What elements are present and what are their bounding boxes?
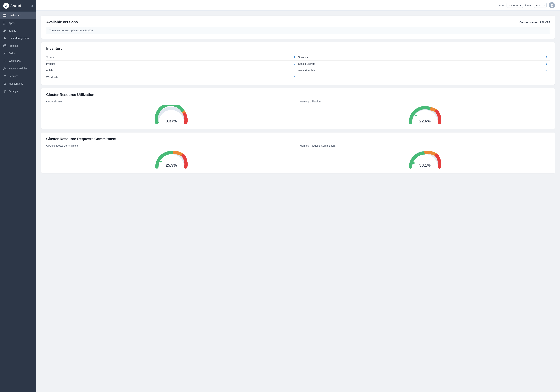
maintenance-icon bbox=[3, 82, 7, 85]
cpu-utilization-gauge: CPU Utilisation bbox=[46, 100, 296, 124]
svg-text:33.1%: 33.1% bbox=[419, 163, 430, 168]
svg-point-34 bbox=[160, 161, 162, 163]
svg-rect-6 bbox=[6, 22, 6, 22]
svg-point-30 bbox=[157, 122, 159, 123]
view-select[interactable]: platform team bbox=[507, 3, 523, 8]
inventory-row-sealed-secrets: Sealed Secrets 0 bbox=[298, 61, 550, 67]
versions-header: Available versions Current version: APL-… bbox=[46, 20, 550, 24]
svg-line-27 bbox=[5, 68, 6, 69]
sidebar-item-builds[interactable]: Builds bbox=[0, 50, 36, 57]
svg-rect-24 bbox=[3, 69, 4, 70]
inventory-row-builds: Builds 0 bbox=[46, 67, 298, 74]
svg-rect-1 bbox=[5, 14, 6, 15]
network-policies-value[interactable]: 0 bbox=[546, 69, 547, 72]
inventory-left-col: Teams 1 Projects 0 Builds 0 Workloads 0 bbox=[46, 54, 298, 80]
svg-point-36 bbox=[413, 162, 415, 164]
workloads-value[interactable]: 0 bbox=[294, 76, 295, 79]
inventory-row-network-policies: Network Policies 0 bbox=[298, 67, 550, 74]
svg-point-22 bbox=[5, 61, 5, 61]
builds-label: Builds bbox=[46, 69, 53, 72]
inventory-row-teams: Teams 1 bbox=[46, 54, 298, 61]
collapse-button[interactable]: « bbox=[31, 4, 33, 8]
cluster-commitment-card: Cluster Resource Requests Commitment CPU… bbox=[41, 133, 555, 173]
projects-label: Projects bbox=[46, 62, 55, 65]
svg-rect-8 bbox=[5, 23, 5, 23]
sidebar-logo: A Akamai « bbox=[0, 0, 36, 12]
logo-icon: A bbox=[3, 3, 9, 9]
svg-point-28 bbox=[5, 91, 5, 92]
svg-point-20 bbox=[6, 52, 6, 53]
svg-rect-11 bbox=[5, 24, 5, 25]
available-versions-card: Available versions Current version: APL-… bbox=[41, 16, 555, 38]
cpu-util-svg: 3.37% bbox=[153, 105, 189, 124]
view-label: view: bbox=[499, 4, 504, 7]
svg-rect-7 bbox=[3, 23, 4, 23]
memory-util-label: Memory Utilisation bbox=[300, 100, 321, 103]
sidebar-item-label: Workloads bbox=[9, 59, 20, 62]
versions-message: There are no new updates for APL-526 bbox=[46, 27, 550, 34]
sidebar-item-maintenance[interactable]: Maintenance bbox=[0, 80, 36, 87]
header: view: platform team team: labs other bbox=[36, 0, 560, 11]
services-icon bbox=[3, 75, 7, 78]
logo-text: Akamai bbox=[10, 4, 21, 7]
projects-value[interactable]: 0 bbox=[294, 62, 295, 65]
sidebar-item-network-policies[interactable]: Network Policies bbox=[0, 65, 36, 72]
current-version-badge: Current version: APL-526 bbox=[520, 21, 550, 24]
team-label: team: bbox=[525, 4, 531, 7]
projects-icon bbox=[3, 44, 7, 48]
inventory-grid: Teams 1 Projects 0 Builds 0 Workloads 0 bbox=[46, 54, 550, 80]
svg-rect-16 bbox=[3, 45, 6, 47]
svg-rect-12 bbox=[6, 24, 6, 25]
teams-value[interactable]: 1 bbox=[294, 56, 295, 59]
memory-commitment-gauge: Memory Requests Commitment 33.1% bbox=[300, 144, 550, 169]
inventory-row-projects: Projects 0 bbox=[46, 61, 298, 67]
sidebar-item-teams[interactable]: Teams bbox=[0, 27, 36, 34]
svg-rect-23 bbox=[5, 67, 5, 68]
commitment-title: Cluster Resource Requests Commitment bbox=[46, 137, 550, 141]
sidebar-item-user-management[interactable]: User Management bbox=[0, 34, 36, 42]
inventory-title: Inventory bbox=[46, 47, 550, 51]
utilization-gauges: CPU Utilisation bbox=[46, 100, 550, 124]
sidebar-item-services[interactable]: Services bbox=[0, 72, 36, 80]
team-select[interactable]: labs other bbox=[534, 3, 547, 8]
sidebar-item-dashboard[interactable]: Dashboard bbox=[0, 12, 36, 19]
cluster-utilization-card: Cluster Resource Utilization CPU Utilisa… bbox=[41, 88, 555, 129]
user-avatar-button[interactable] bbox=[549, 2, 555, 8]
sidebar-item-label: Services bbox=[9, 75, 18, 77]
workloads-label: Workloads bbox=[46, 76, 58, 79]
sidebar-item-label: Teams bbox=[9, 29, 16, 32]
workloads-icon bbox=[3, 59, 7, 63]
user-icon bbox=[3, 37, 7, 40]
memory-util-svg: 22.6% bbox=[407, 105, 443, 124]
sidebar-item-label: Dashboard bbox=[9, 14, 21, 17]
sealed-secrets-value[interactable]: 0 bbox=[546, 62, 547, 65]
sidebar-item-settings[interactable]: Settings bbox=[0, 87, 36, 95]
sidebar: A Akamai « Dashboard Apps Teams User Man… bbox=[0, 0, 36, 392]
builds-icon bbox=[3, 52, 7, 55]
memory-commit-gauge-wrap: 33.1% bbox=[300, 149, 550, 169]
svg-point-19 bbox=[3, 54, 4, 55]
svg-rect-0 bbox=[3, 14, 5, 15]
svg-rect-25 bbox=[6, 69, 6, 70]
sidebar-item-projects[interactable]: Projects bbox=[0, 42, 36, 50]
svg-point-15 bbox=[4, 37, 5, 38]
sidebar-item-label: Maintenance bbox=[9, 82, 23, 85]
cpu-util-label: CPU Utilisation bbox=[46, 100, 63, 103]
teams-label: Teams bbox=[46, 56, 54, 59]
svg-rect-18 bbox=[5, 44, 6, 45]
svg-rect-3 bbox=[5, 16, 6, 17]
memory-utilization-gauge: Memory Utilisation 22.6% bbox=[300, 100, 550, 124]
sidebar-item-workloads[interactable]: Workloads bbox=[0, 57, 36, 65]
sidebar-item-label: User Management bbox=[9, 37, 30, 40]
inventory-right-col: Services 0 Sealed Secrets 0 Network Poli… bbox=[298, 54, 550, 80]
svg-rect-17 bbox=[4, 44, 5, 45]
builds-value[interactable]: 0 bbox=[294, 69, 295, 72]
svg-point-14 bbox=[5, 29, 6, 31]
services-value[interactable]: 0 bbox=[546, 56, 547, 59]
svg-point-32 bbox=[415, 115, 417, 116]
sidebar-item-apps[interactable]: Apps bbox=[0, 19, 36, 27]
sidebar-item-label: Builds bbox=[9, 52, 16, 55]
svg-rect-5 bbox=[5, 22, 5, 22]
svg-line-26 bbox=[4, 68, 5, 69]
cpu-commit-svg: 25.9% bbox=[153, 149, 189, 169]
